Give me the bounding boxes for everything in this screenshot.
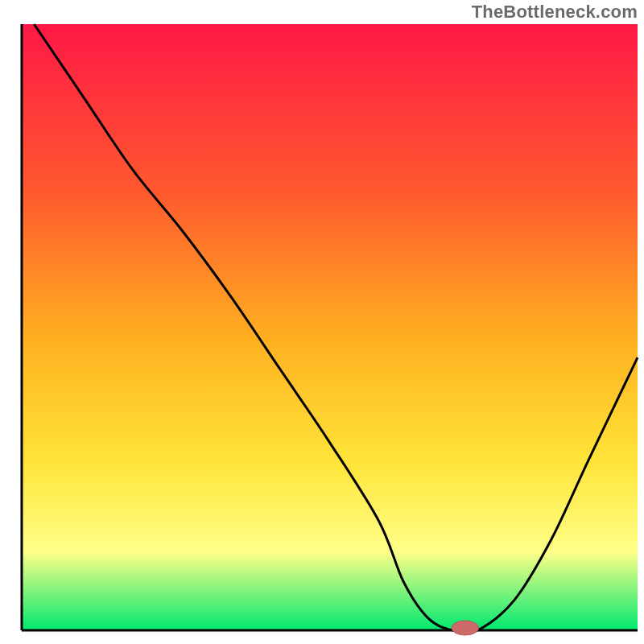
chart-frame: TheBottleneck.com — [0, 0, 644, 644]
bottleneck-plot — [0, 0, 644, 644]
optimal-marker — [452, 621, 479, 635]
plot-background — [22, 24, 638, 630]
